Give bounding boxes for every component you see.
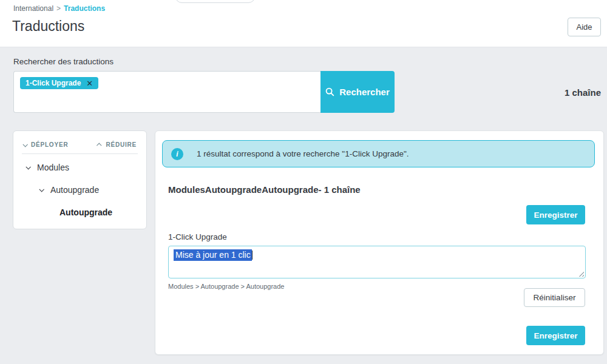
chevron-up-icon — [97, 143, 101, 147]
search-tag-input[interactable]: 1-Click Upgrade ✕ — [13, 71, 320, 113]
info-icon: i — [171, 148, 183, 160]
save-button-top[interactable]: Enregistrer — [526, 205, 585, 224]
translation-tree-panel: DÉPLOYER RÉDUIRE Modules Autoupgrade Aut… — [13, 130, 147, 229]
result-group-title: ModulesAutoupgradeAutoupgrade- 1 chaîne — [168, 184, 361, 195]
tree-item-modules[interactable]: Modules — [13, 163, 146, 172]
search-section-label: Rechercher des traductions — [13, 57, 114, 66]
tree-item-autoupgrade-leaf[interactable]: Autoupgrade — [13, 207, 146, 217]
help-button[interactable]: Aide — [568, 18, 601, 36]
page-header: International>Traductions Traductions Ai… — [0, 0, 607, 47]
translations-page: International>Traductions Traductions Ai… — [0, 0, 607, 364]
tag-remove-icon[interactable]: ✕ — [86, 79, 93, 87]
tree-item-autoupgrade[interactable]: Autoupgrade — [13, 185, 146, 195]
search-button-label: Rechercher — [339, 87, 390, 97]
search-button[interactable]: Rechercher — [320, 71, 395, 113]
tree-item-label: Autoupgrade — [50, 185, 99, 195]
chevron-down-icon — [39, 187, 44, 192]
collapse-all-button[interactable]: RÉDUIRE — [98, 141, 137, 148]
chevron-down-icon — [22, 142, 27, 147]
translation-field-label: 1-Click Upgrade — [168, 232, 227, 241]
global-search-bar-partial[interactable] — [175, 0, 256, 3]
chevron-down-icon — [25, 164, 30, 169]
page-title: Traductions — [12, 18, 84, 35]
tree-item-label: Autoupgrade — [59, 207, 112, 217]
string-count: 1 chaîne — [565, 87, 601, 98]
tree-controls: DÉPLOYER RÉDUIRE — [13, 131, 146, 153]
reset-button[interactable]: Réinitialiser — [524, 288, 585, 307]
translation-tree: Modules Autoupgrade Autoupgrade — [13, 154, 146, 217]
translation-field-path: Modules > Autoupgrade > Autoupgrade — [168, 283, 284, 290]
resize-handle-icon[interactable] — [578, 271, 584, 277]
search-result-alert: i 1 résultat correspond à votre recherch… — [162, 140, 595, 167]
search-icon — [325, 87, 334, 96]
expand-all-button[interactable]: DÉPLOYER — [23, 141, 68, 148]
alert-message: 1 résultat correspond à votre recherche … — [197, 149, 409, 158]
selected-text: Mise à jour en 1 clic — [174, 249, 252, 261]
breadcrumb-separator: > — [56, 4, 61, 13]
text-cursor — [252, 251, 253, 260]
save-button-bottom[interactable]: Enregistrer — [526, 326, 585, 345]
search-tag: 1-Click Upgrade ✕ — [20, 77, 98, 89]
breadcrumb: International>Traductions — [13, 4, 105, 13]
breadcrumb-parent[interactable]: International — [13, 4, 53, 13]
collapse-all-label: RÉDUIRE — [106, 141, 137, 148]
search-tag-label: 1-Click Upgrade — [25, 79, 81, 87]
translation-textarea[interactable]: Mise à jour en 1 clic — [168, 246, 586, 278]
tree-item-label: Modules — [37, 163, 69, 172]
expand-all-label: DÉPLOYER — [31, 141, 68, 148]
breadcrumb-current[interactable]: Traductions — [64, 4, 105, 13]
translation-results-panel: i 1 résultat correspond à votre recherch… — [155, 130, 604, 355]
